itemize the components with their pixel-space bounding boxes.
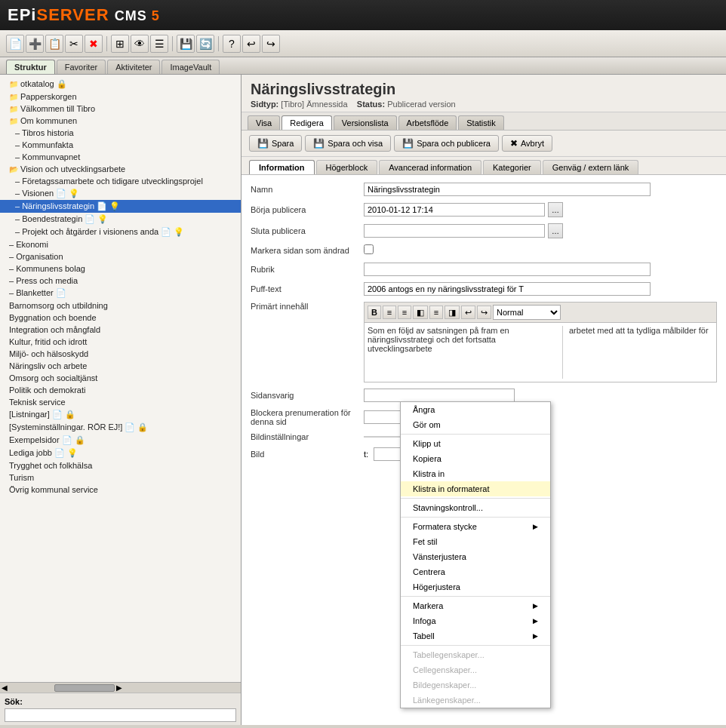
unordered-list-button[interactable]: ≡ <box>398 306 411 319</box>
spara-publicera-button[interactable]: 💾 Spara och publicera <box>394 135 499 152</box>
tab-visa[interactable]: Visa <box>248 115 280 130</box>
tree-item-ekonomi[interactable]: – Ekonomi <box>0 238 241 250</box>
ctx-gor-om[interactable]: Gör om <box>401 417 550 432</box>
tab-struktur[interactable]: Struktur <box>6 60 55 74</box>
align-center-button[interactable]: ≡ <box>429 306 443 319</box>
subtab-information[interactable]: Information <box>249 160 315 174</box>
ctx-kopiera[interactable]: Kopiera <box>401 451 550 466</box>
tree-item-naringsliv[interactable]: Näringsliv och arbete <box>0 360 241 372</box>
ctx-centrera[interactable]: Centrera <box>401 564 550 579</box>
input-namn[interactable] <box>364 183 651 196</box>
align-right-button[interactable]: ◨ <box>445 306 460 319</box>
tree-item-turism[interactable]: Turism <box>0 472 241 484</box>
date-picker-button-start[interactable]: … <box>548 202 563 217</box>
input-rubrik[interactable] <box>364 263 651 276</box>
search-input[interactable] <box>5 708 236 722</box>
input-borja-publicera[interactable] <box>364 203 545 217</box>
bold-button[interactable]: B <box>368 306 381 319</box>
help-button[interactable]: ? <box>223 35 241 53</box>
extra-button-1[interactable]: ↩ <box>242 35 260 53</box>
ctx-stavningskontroll[interactable]: Stavningskontroll... <box>401 500 550 515</box>
tree-item-valkommen[interactable]: 📁Välkommen till Tibro <box>0 103 241 115</box>
tree-item-omsorg[interactable]: Omsorg och socialtjänst <box>0 372 241 384</box>
subtab-hogerblock[interactable]: Högerblock <box>316 160 378 174</box>
new-page-button[interactable]: 📄 <box>6 35 24 53</box>
tab-statistik[interactable]: Statistik <box>458 115 504 130</box>
tab-redigera[interactable]: Redigera <box>281 115 332 130</box>
tree-item-om-kommunen[interactable]: 📁Om kommunen <box>0 115 241 127</box>
ctx-hogerjustera[interactable]: Högerjustera <box>401 579 550 594</box>
input-pufftext[interactable] <box>364 282 651 296</box>
ctx-vansterjustera[interactable]: Vänsterjustera <box>401 549 550 564</box>
tree-item-tibros-historia[interactable]: – Tibros historia <box>0 127 241 139</box>
checkbox-markera[interactable] <box>364 244 374 254</box>
spara-button[interactable]: 💾 Spara <box>249 135 302 152</box>
input-sluta-publicera[interactable] <box>364 224 545 238</box>
tab-imagevault[interactable]: ImageVault <box>162 60 220 74</box>
tree-item-rootkatalog[interactable]: 📁otkatalog 🔒 <box>0 78 241 91</box>
add-button[interactable]: ➕ <box>26 35 44 53</box>
tree-item-lediga-jobb[interactable]: Lediga jobb 📄 💡 <box>0 447 241 459</box>
save-button-toolbar[interactable]: 💾 <box>177 35 195 53</box>
tab-aktiviteter[interactable]: Aktiviteter <box>107 60 160 74</box>
subtab-genvag[interactable]: Genväg / extern länk <box>543 160 639 174</box>
scroll-right-button[interactable]: ▶ <box>115 683 124 692</box>
tree-item-naringslivsstrategin[interactable]: – Näringslivsstrategin 📄 💡 <box>0 200 241 213</box>
input-sidansvarig[interactable] <box>364 389 515 402</box>
tree-item-exempelsidor[interactable]: Exempelsidor 📄 🔒 <box>0 434 241 447</box>
tree-item-barnomsorg[interactable]: Barnomsorg och utbildning <box>0 299 241 312</box>
tree-item-visionen[interactable]: – Visionen 📄 💡 <box>0 187 241 200</box>
avbryt-button[interactable]: ✖ Avbryt <box>502 135 552 152</box>
tab-arbetsflode[interactable]: Arbetsflöde <box>398 115 457 130</box>
format-select[interactable]: Normal <box>493 305 561 320</box>
tree-item-ovrig[interactable]: Övrig kommunal service <box>0 484 241 496</box>
subtab-avancerad[interactable]: Avancerad information <box>379 160 481 174</box>
undo-button[interactable]: ↩ <box>461 306 475 319</box>
tree-item-systeminst[interactable]: [Systeminställningar. RÖR EJ!] 📄 🔒 <box>0 421 241 434</box>
ctx-klistra-in[interactable]: Klistra in <box>401 466 550 481</box>
copy-button[interactable]: 📋 <box>45 35 63 53</box>
sidebar-horizontal-scrollbar[interactable]: ◀ ▶ <box>0 682 241 693</box>
delete-button[interactable]: ✖ <box>85 35 103 53</box>
ctx-markera[interactable]: Markera ▶ <box>401 598 550 613</box>
redo-button[interactable]: ↪ <box>477 306 491 319</box>
spara-visa-button[interactable]: 💾 Spara och visa <box>305 135 391 152</box>
tree-item-papperskorgen[interactable]: 📁Papperskorgen <box>0 91 241 103</box>
ctx-angra[interactable]: Ångra <box>401 402 550 417</box>
ctx-formatera-stycke[interactable]: Formatera stycke ▶ <box>401 519 550 534</box>
ctx-klistra-in-oformaterat[interactable]: Klistra in oformaterat <box>401 481 550 496</box>
tree-item-kommunens-bolag[interactable]: – Kommunens bolag <box>0 263 241 275</box>
rte-editor[interactable]: Som en följd av satsningen på fram en nä… <box>364 322 717 382</box>
date-picker-button-end[interactable]: … <box>548 223 563 238</box>
tree-item-kommunvapnet[interactable]: – Kommunvapnet <box>0 151 241 163</box>
ctx-fet-stil[interactable]: Fet stil <box>401 534 550 549</box>
tree-item-kultur[interactable]: Kultur, fritid och idrott <box>0 336 241 348</box>
tree-item-teknisk[interactable]: Teknisk service <box>0 396 241 408</box>
tree-item-kommunfakta[interactable]: – Kommunfakta <box>0 139 241 151</box>
preview-button[interactable]: 👁 <box>131 35 149 53</box>
cut-button[interactable]: ✂ <box>65 35 83 53</box>
grid-button[interactable]: ⊞ <box>111 35 129 53</box>
tree-item-trygghet[interactable]: Trygghet och folkhälsa <box>0 459 241 472</box>
tab-favoriter[interactable]: Favoriter <box>57 60 106 74</box>
ctx-infoga[interactable]: Infoga ▶ <box>401 613 550 628</box>
scroll-left-button[interactable]: ◀ <box>0 683 9 692</box>
scroll-thumb[interactable] <box>54 684 115 692</box>
tree-item-press-och-media[interactable]: – Press och media <box>0 275 241 287</box>
tree-item-projekt[interactable]: – Projekt och åtgärder i visionens anda … <box>0 226 241 238</box>
ordered-list-button[interactable]: ≡ <box>383 306 396 319</box>
list-button[interactable]: ☰ <box>150 35 168 53</box>
tree-item-organisation[interactable]: – Organisation <box>0 250 241 263</box>
tree-item-miljo[interactable]: Miljö- och hälsoskydd <box>0 348 241 360</box>
tree-item-listningar[interactable]: [Listningar] 📄 🔒 <box>0 408 241 421</box>
tree-item-boendestrategin[interactable]: – Boendestrategin 📄 💡 <box>0 213 241 226</box>
refresh-button[interactable]: 🔄 <box>196 35 214 53</box>
tree-item-integration[interactable]: Integration och mångfald <box>0 324 241 336</box>
ctx-klipp-ut[interactable]: Klipp ut <box>401 436 550 451</box>
tree-item-blanketter[interactable]: – Blanketter 📄 <box>0 287 241 299</box>
tree-item-vision[interactable]: 📂Vision och utvecklingsarbete <box>0 163 241 175</box>
tree-item-byggnation[interactable]: Byggnation och boende <box>0 312 241 324</box>
tree-item-politik[interactable]: Politik och demokrati <box>0 384 241 396</box>
align-left-button[interactable]: ◧ <box>413 306 428 319</box>
tree-item-foretagssamarbete[interactable]: – Företagssamarbete och tidigare utveckl… <box>0 175 241 187</box>
